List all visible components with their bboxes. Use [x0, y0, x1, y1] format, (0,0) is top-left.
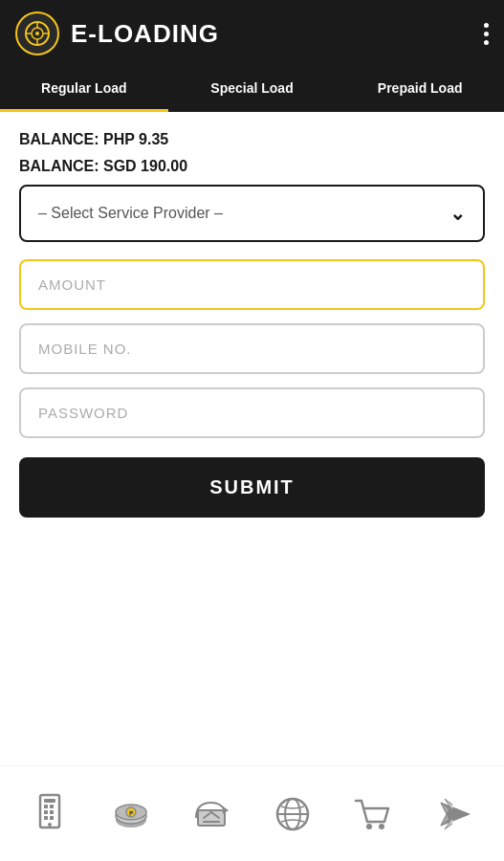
submit-button[interactable]: SUBMIT: [19, 457, 485, 518]
svg-point-26: [366, 824, 372, 829]
bottom-navigation: ₱: [0, 765, 504, 861]
menu-dot: [484, 32, 489, 36]
header-left: E-LOADING: [15, 11, 219, 55]
app-logo: [15, 11, 59, 55]
menu-button[interactable]: [484, 23, 489, 45]
menu-dot: [484, 23, 489, 28]
nav-cash[interactable]: ₱: [108, 791, 154, 837]
tab-regular-load[interactable]: Regular Load: [0, 67, 168, 112]
app-title: E-LOADING: [71, 19, 219, 49]
nav-airplane[interactable]: [431, 791, 477, 837]
svg-point-2: [35, 32, 39, 35]
nav-cart[interactable]: [350, 791, 396, 837]
balance-php: BALANCE: PHP 9.35: [19, 131, 485, 148]
svg-point-15: [48, 823, 52, 827]
svg-rect-13: [44, 816, 48, 820]
nav-document[interactable]: [188, 791, 234, 837]
svg-rect-9: [44, 805, 48, 808]
svg-rect-8: [44, 799, 55, 803]
balance-sgd: BALANCE: SGD 190.00: [19, 158, 485, 175]
app-header: E-LOADING: [0, 0, 504, 67]
main-content: BALANCE: PHP 9.35 BALANCE: SGD 190.00 – …: [0, 112, 504, 765]
chevron-down-icon: ⌄: [449, 202, 466, 225]
amount-input[interactable]: [19, 259, 485, 310]
nav-globe[interactable]: [270, 791, 316, 837]
service-provider-dropdown[interactable]: – Select Service Provider – ⌄: [19, 185, 485, 242]
tab-bar: Regular Load Special Load Prepaid Load: [0, 67, 504, 112]
dropdown-label: – Select Service Provider –: [38, 205, 223, 222]
logo-icon: [24, 20, 51, 47]
svg-point-27: [379, 824, 384, 829]
svg-rect-10: [50, 805, 54, 808]
svg-rect-11: [44, 810, 48, 814]
nav-phone[interactable]: [27, 791, 73, 837]
tab-special-load[interactable]: Special Load: [168, 67, 337, 112]
mobile-number-input[interactable]: [19, 323, 485, 374]
svg-rect-14: [50, 816, 54, 820]
menu-dot: [484, 40, 489, 45]
svg-rect-12: [50, 810, 54, 814]
password-input[interactable]: [19, 387, 485, 438]
tab-prepaid-load[interactable]: Prepaid Load: [336, 67, 504, 112]
